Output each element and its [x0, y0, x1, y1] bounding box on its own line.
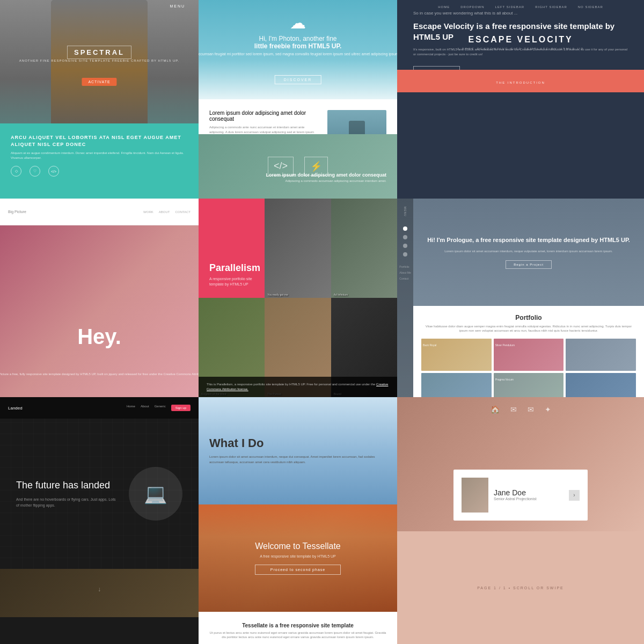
prologue-nav-about[interactable]: About Me — [399, 271, 411, 274]
prologue-item5-label: Pragma Vocum — [494, 377, 515, 382]
prologue-nav-items: Portfolio About Me Contact — [399, 265, 411, 280]
escape-intro-label: THE INTRODUCTION — [496, 81, 545, 84]
prologue-cell: MENU Portfolio About Me Contact Hi! I'm … — [397, 199, 644, 397]
spectral-activate-button[interactable]: ACTIVATE — [82, 78, 116, 86]
bigpicture-nav-work[interactable]: WORK — [143, 210, 153, 214]
prologue-nav-dot-2[interactable] — [403, 235, 407, 239]
landed-nav-generic[interactable]: Generic — [155, 405, 166, 411]
tessellate-hero-section: Welcome to Tessellate A free responsive … — [199, 504, 397, 612]
parallelism-face-image — [265, 199, 331, 298]
prologue-nav-dot-1[interactable] — [403, 226, 407, 231]
prologue-portfolio-grid: Back Royal Silver Pendulum Pragma Vocum — [421, 339, 636, 397]
astral-avatar-image — [462, 478, 488, 513]
tessellate-desc-text: Ut purus et lectus arcu ante nunc euismo… — [209, 631, 386, 640]
prologue-portfolio-item-1[interactable]: Back Royal — [421, 339, 492, 371]
parallelism-img2-label: Ad Infinitum — [334, 293, 348, 296]
astral-mail2-icon[interactable]: ✉ — [528, 405, 534, 414]
escape-nav-home[interactable]: HOME — [438, 5, 450, 9]
prologue-portfolio-item-2[interactable]: Silver Pendulum — [494, 339, 564, 371]
spectral-teal-icons: ◇ ♡ </> — [11, 166, 188, 177]
parallelism-img2[interactable]: Ad Infinitum — [331, 199, 397, 298]
landed-laptop-circle: 💻 — [129, 467, 182, 521]
spectral-title: SPECTRAL — [67, 46, 131, 59]
escape-nav-dropdown[interactable]: DROPDOWN — [460, 5, 484, 9]
landed-nav-about[interactable]: About — [141, 405, 149, 411]
prologue-portfolio-item-6[interactable] — [566, 373, 636, 397]
tessellate-sub: A free responsive site template by HTML5… — [255, 554, 340, 558]
astral-mail-icon[interactable]: ✉ — [510, 405, 517, 414]
prologue-portfolio-item-5[interactable]: Pragma Vocum — [494, 373, 564, 397]
tessellate-description-section: Tessellate is a free responsive site tem… — [199, 612, 397, 644]
landed-cell: Landed Home About Generic Sign up The fu… — [0, 397, 199, 644]
photon-mountain-text: Lorem ipsum dolor adipiscing amet dolor … — [266, 172, 386, 182]
bigpicture-description: Welcome to Big Picture a free, fully res… — [0, 372, 199, 376]
escape-intro-label-bar: THE INTRODUCTION — [397, 70, 644, 92]
astral-social-icons: 🏠 ✉ ✉ ✦ — [491, 405, 551, 414]
landed-headline: The future has landed — [16, 479, 118, 492]
landed-nav-items: Home About Generic Sign up — [127, 405, 191, 411]
escape-title-block: ESCAPE VELOCITY A FREE RESPONSIVE SITE T… — [397, 35, 644, 50]
landed-hero-section: The future has landed And there are no h… — [0, 419, 199, 569]
parallelism-img1[interactable]: You really got me — [265, 199, 331, 298]
photon-discover-button[interactable]: DISCOVER — [275, 75, 321, 84]
parallelism-img1-label: You really got me — [267, 293, 288, 296]
what-i-do-section: What I Do Lorem ipsum dolor sit amet acc… — [199, 397, 397, 504]
what-i-do-text: What I Do Lorem ipsum dolor sit amet acc… — [209, 436, 386, 465]
parallelism-cell: Parallelism A responsive portfolio site … — [199, 199, 397, 397]
landed-navbar: Landed Home About Generic Sign up — [0, 397, 199, 419]
prologue-begin-button[interactable]: Begin a Project — [506, 260, 552, 269]
astral-next-button[interactable]: › — [569, 490, 580, 501]
bigpicture-nav-contact[interactable]: CONTACT — [175, 210, 191, 214]
prologue-portfolio-section: Portfolio Vitae habitusse dolor diam aug… — [413, 306, 644, 397]
escape-nav-left[interactable]: LEFT SIDEBAR — [495, 5, 525, 9]
spectral-icon-code: </> — [48, 166, 59, 177]
parallelism-title: Parallelism — [209, 262, 254, 274]
photon-cloud-icon: ☁ — [290, 13, 306, 32]
spectral-menu-label: MENU — [170, 4, 185, 8]
escape-main-title: ESCAPE VELOCITY — [397, 35, 644, 45]
prologue-portfolio-title: Portfolio — [421, 314, 636, 321]
spectral-teal-heading: ARCU ALIQUET VEL LOBORTIS ATA NISL EGET … — [11, 134, 188, 148]
spectral-subtitle: ANOTHER FINE RESPONSIVE SITE TEMPLATE FR… — [19, 59, 179, 62]
astral-footer-text: PAGE 1 / 1 • SCROLL OR SWIPE — [477, 586, 564, 590]
escape-cell: HOME DROPDOWN LEFT SIDEBAR RIGHT SIDEBAR… — [397, 0, 644, 199]
bigpicture-hey-text: Hey. — [77, 325, 121, 349]
astral-profile-card: Jane Doe Senior Astral Projectionist › — [453, 470, 588, 521]
landed-subtext: And there are no hoverboards or flying c… — [16, 496, 118, 508]
prologue-nav-portfolio[interactable]: Portfolio — [399, 265, 411, 268]
astral-star-icon[interactable]: ✦ — [545, 405, 551, 414]
escape-nav-right[interactable]: RIGHT SIDEBAR — [535, 5, 567, 9]
escape-nav-none[interactable]: NO SIDEBAR — [578, 5, 603, 9]
landed-arrow-down[interactable]: ↓ — [98, 586, 101, 593]
what-i-do-title: What I Do — [209, 436, 386, 450]
spectral-icon-heart: ♡ — [30, 166, 40, 177]
landed-signup-button[interactable]: Sign up — [171, 405, 191, 411]
prologue-nav-dot-4[interactable] — [403, 252, 407, 257]
parallelism-forest-image — [331, 199, 397, 298]
bigpicture-hero: Hey. Welcome to Big Picture a free, full… — [0, 225, 199, 397]
prologue-content-block: Hi! I'm Prologue, a free responsive site… — [413, 199, 644, 306]
prologue-nav-contact[interactable]: Contact — [399, 277, 411, 280]
prologue-greeting: Hi! I'm Prologue, a free responsive site… — [427, 236, 630, 245]
photon-mountain-section: </> ⚡ Lorem ipsum dolor adipiscing amet … — [199, 134, 397, 199]
spectral-teal-text: Aliquam at ex augue condimentum interdum… — [11, 151, 188, 160]
prologue-nav-dot-3[interactable] — [403, 244, 407, 248]
escape-subtitle: A FREE RESPONSIVE SITE TEMPLATE BY HTML5… — [397, 47, 644, 50]
photon-content-title: Lorem ipsum dolor adipiscing amet dolor … — [209, 110, 319, 122]
landed-logo: Landed — [8, 406, 23, 411]
parallelism-subtitle: A responsive portfolio site template by … — [209, 276, 254, 287]
tessellate-proceed-button[interactable]: Proceed to second phase — [255, 565, 340, 575]
photon-greeting: Hi, I'm Photon, another finelittle freeb… — [199, 35, 397, 56]
bigpicture-nav: WORK ABOUT CONTACT — [143, 210, 191, 214]
prologue-portfolio-item-4[interactable] — [421, 373, 492, 397]
astral-home-icon[interactable]: 🏠 — [491, 405, 500, 414]
what-i-do-desc: Lorem ipsum dolor sit amet accumsan inte… — [209, 455, 386, 465]
bigpicture-topbar: Big Picture WORK ABOUT CONTACT — [0, 199, 199, 225]
astral-hero-section: 🏠 ✉ ✉ ✦ Jane Doe Senior Astral Projectio… — [397, 397, 644, 531]
landed-nav-home[interactable]: Home — [127, 405, 135, 411]
bigpicture-nav-about[interactable]: ABOUT — [159, 210, 170, 214]
escape-nav: HOME DROPDOWN LEFT SIDEBAR RIGHT SIDEBAR… — [397, 5, 644, 9]
prologue-sidebar-label: MENU — [404, 207, 407, 217]
prologue-portfolio-item-3[interactable] — [566, 339, 636, 371]
spectral-cell: MENU SPECTRAL ANOTHER FINE RESPONSIVE SI… — [0, 0, 199, 199]
